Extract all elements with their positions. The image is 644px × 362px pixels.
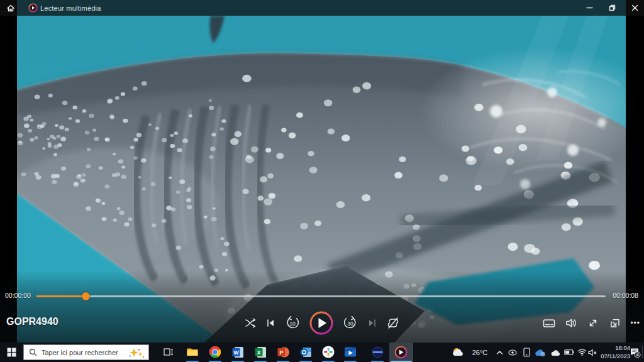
more-icon: ••• [630,319,640,327]
forward-30-button[interactable]: 30 [342,315,358,331]
chevron-up-icon [496,350,503,355]
phone-icon [523,348,530,357]
search-placeholder: Taper ici pour rechercher [42,349,118,356]
fullscreen-icon [586,316,600,330]
total-time: 00:00:08 [613,292,638,299]
search-icon [29,348,37,356]
play-button[interactable] [309,310,334,336]
shuffle-button[interactable] [244,317,257,329]
playback-controls: 10 30 [244,310,400,336]
volume-icon [564,316,578,330]
forward-30-icon: 30 [342,315,358,331]
volume-muted-icon [588,349,597,356]
home-icon [6,4,15,13]
taskbar-app-movies-tv[interactable] [341,343,359,361]
seek-handle[interactable] [82,292,90,300]
current-time: 00:00:00 [5,292,31,299]
taskbar-app-excel[interactable]: X [252,343,269,361]
play-icon [309,310,334,336]
wifi-icon [577,349,587,356]
task-view-button[interactable] [160,343,177,361]
seek-bar-row: 00:00:00 00:00:08 [0,291,644,301]
taskbar-app-slack[interactable] [319,343,337,361]
slack-icon [322,346,335,358]
svg-text:30: 30 [347,321,353,327]
word-icon: W [232,346,244,358]
tray-eye-app[interactable] [507,343,518,362]
previous-icon [265,317,276,329]
shuffle-icon [244,317,257,329]
chrome-icon [209,346,221,358]
title-bar: Lecteur multimédia [0,0,644,16]
rewind-10-button[interactable]: 10 [284,315,301,331]
notification-icon: 4 [629,346,641,359]
taskbar-app-file-explorer[interactable] [184,343,201,361]
media-title: GOPR4940 [6,316,58,327]
taskbar-app-word[interactable]: W [229,343,247,361]
taskbar-app-media-app[interactable] [369,343,386,361]
minimize-button[interactable] [580,0,599,16]
next-button[interactable] [367,317,378,329]
captions-icon [542,316,556,330]
clock-date: 07/11/2023 [597,352,630,360]
svg-text:10: 10 [289,321,296,327]
onedrive-sync-icon [535,348,546,356]
taskbar: Taper ici pour rechercher [0,343,644,362]
weather-button[interactable] [449,343,468,362]
taskbar-app-powerpoint[interactable]: P [274,343,292,361]
app-logo-play-icon [26,0,39,16]
mini-player-button[interactable] [608,316,622,330]
powerpoint-icon: P [277,346,289,358]
svg-text:4: 4 [636,352,638,358]
captions-button[interactable] [542,316,556,330]
show-desktop-separator[interactable] [642,346,643,358]
tray-onedrive[interactable] [548,343,562,362]
home-button[interactable] [3,0,19,16]
next-icon [367,317,378,329]
fullscreen-button[interactable] [586,316,600,330]
more-options-button[interactable]: ••• [630,319,640,327]
svg-text:P: P [279,349,283,356]
tray-battery[interactable] [563,343,575,362]
svg-text:X: X [257,349,260,356]
close-button[interactable] [625,0,644,16]
clock[interactable]: 18:04 07/11/2023 [597,344,630,360]
window-title: Lecteur multimédia [40,0,101,16]
tray-wifi[interactable] [576,343,587,362]
windows-logo-icon [7,348,16,357]
media-player-icon [394,346,408,359]
media-app-icon [372,346,384,358]
notification-center-button[interactable]: 4 [629,343,641,362]
rewind-10-icon: 10 [284,315,301,331]
search-input[interactable]: Taper ici pour rechercher [23,344,149,360]
eye-icon [508,349,517,356]
tray-expand-button[interactable] [494,343,504,362]
screen: Lecteur multimédia [0,0,644,362]
tray-volume-muted[interactable] [587,343,598,362]
volume-button[interactable] [564,316,578,330]
taskbar-app-outlook[interactable] [297,343,314,361]
cloud-icon [550,349,561,356]
battery-icon [564,349,574,355]
repeat-off-icon [386,316,400,330]
secondary-controls: ••• [542,313,640,333]
previous-button[interactable] [265,317,276,329]
outlook-icon [300,346,312,358]
repeat-off-button[interactable] [386,316,400,330]
movies-tv-icon [344,346,357,358]
restore-button[interactable] [602,0,621,16]
start-button[interactable] [3,343,20,362]
file-explorer-icon [186,346,199,358]
taskbar-app-chrome[interactable] [206,343,224,361]
weather-temperature[interactable]: 26°C [469,343,491,362]
clock-time: 18:04 [597,344,630,352]
title-bar-background [17,0,626,16]
seek-bar[interactable] [36,295,606,297]
seek-progress [36,295,86,297]
taskbar-app-media-player-active[interactable] [392,343,409,361]
tray-phone-app[interactable] [521,343,532,362]
restore-icon [609,4,616,11]
mini-player-icon [608,316,622,330]
task-view-icon [164,347,174,357]
tray-onedrive-sync[interactable] [533,343,547,362]
